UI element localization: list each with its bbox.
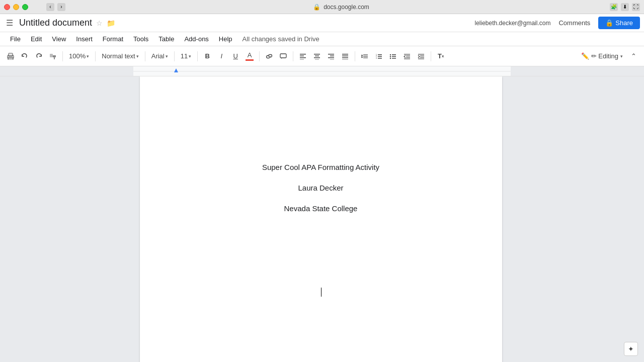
svg-rect-15 <box>330 55 334 56</box>
lock-icon: 🔒 <box>313 4 320 11</box>
link-button[interactable] <box>263 51 276 62</box>
document-title[interactable]: Untitled document <box>19 18 92 28</box>
comments-button[interactable]: Comments <box>554 17 594 29</box>
text-color-button[interactable]: A <box>243 49 256 63</box>
editing-mode-dropdown-arrow: ▾ <box>620 54 623 59</box>
underline-button[interactable]: U <box>229 50 242 62</box>
svg-text:3: 3 <box>376 57 377 59</box>
user-email: leliebeth.decker@gmail.com <box>475 20 551 27</box>
fontsize-select[interactable]: 11 ▾ <box>178 51 194 61</box>
svg-rect-3 <box>50 54 53 57</box>
lock-share-icon: 🔒 <box>605 19 613 27</box>
font-select[interactable]: Arial ▾ <box>148 51 171 61</box>
align-center-button[interactable] <box>310 51 324 62</box>
menu-table[interactable]: Table <box>154 34 178 44</box>
numbered-list-button[interactable]: 123 <box>372 51 385 62</box>
menu-format[interactable]: Format <box>99 34 127 44</box>
menu-help[interactable]: Help <box>215 34 236 44</box>
svg-rect-8 <box>300 57 306 58</box>
fullscreen-button[interactable]: ⛶ <box>632 3 640 11</box>
menu-insert[interactable]: Insert <box>72 34 97 44</box>
zoom-dropdown-arrow: ▾ <box>87 54 89 59</box>
nav-forward-button[interactable]: › <box>57 3 65 11</box>
style-dropdown-arrow: ▾ <box>136 54 139 59</box>
line-spacing-button[interactable] <box>358 51 371 62</box>
align-left-button[interactable] <box>296 51 309 62</box>
style-value: Normal text <box>102 52 135 60</box>
main-area: Super Cool APA Formatting Activity Laura… <box>0 76 644 362</box>
clear-format-button[interactable]: Tx <box>434 50 447 62</box>
menu-edit[interactable]: Edit <box>27 34 46 44</box>
toolbar: 100% ▾ Normal text ▾ Arial ▾ 11 ▾ B I U … <box>0 46 644 66</box>
svg-rect-6 <box>300 54 306 55</box>
undo-button[interactable] <box>18 51 31 62</box>
doc-line-2: Laura Decker <box>298 184 343 192</box>
saved-status: All changes saved in Drive <box>243 35 319 43</box>
collapse-toolbar-button[interactable]: ⌃ <box>627 50 640 62</box>
svg-rect-7 <box>300 55 304 56</box>
close-button[interactable] <box>4 4 10 10</box>
bullet-list-button[interactable] <box>386 51 399 62</box>
hamburger-icon[interactable]: ☰ <box>4 16 15 30</box>
folder-icon[interactable]: 📁 <box>107 19 115 27</box>
bold-button[interactable]: B <box>201 50 214 62</box>
svg-rect-14 <box>328 54 334 55</box>
menu-file[interactable]: File <box>6 34 25 44</box>
explore-button[interactable]: ✦ <box>624 342 638 356</box>
app-header: ☰ Untitled document ☆ 📁 leliebeth.decker… <box>0 14 644 32</box>
svg-rect-12 <box>314 57 320 58</box>
extensions-button[interactable]: 🧩 <box>610 3 618 11</box>
download-button[interactable]: ⬇ <box>621 3 629 11</box>
svg-marker-47 <box>174 68 178 72</box>
redo-button[interactable] <box>32 51 45 62</box>
print-button[interactable] <box>4 51 17 62</box>
share-button[interactable]: 🔒 Share <box>598 17 640 29</box>
document-page[interactable]: Super Cool APA Formatting Activity Laura… <box>140 76 502 362</box>
pencil-icon: ✏️ <box>581 52 589 60</box>
menu-view[interactable]: View <box>48 34 70 44</box>
minimize-button[interactable] <box>13 4 19 10</box>
decrease-indent-button[interactable] <box>400 51 414 62</box>
left-panel <box>0 76 133 362</box>
font-value: Arial <box>151 52 165 60</box>
maximize-button[interactable] <box>22 4 28 10</box>
svg-rect-26 <box>378 54 382 55</box>
editing-mode-label: ✏ Editing <box>591 52 618 60</box>
document-wrap[interactable]: Super Cool APA Formatting Activity Laura… <box>133 76 508 362</box>
italic-button[interactable]: I <box>215 50 228 62</box>
comment-button[interactable] <box>277 51 290 62</box>
svg-point-33 <box>390 56 391 57</box>
zoom-select[interactable]: 100% ▾ <box>66 51 92 61</box>
svg-rect-19 <box>342 55 348 56</box>
increase-indent-button[interactable] <box>415 51 428 62</box>
svg-rect-35 <box>392 54 396 55</box>
ruler-right-margin <box>511 66 644 76</box>
svg-rect-20 <box>342 57 348 58</box>
menu-addons[interactable]: Add-ons <box>180 34 212 44</box>
style-select[interactable]: Normal text ▾ <box>99 51 141 61</box>
ruler-left-margin <box>0 66 133 76</box>
fontsize-dropdown-arrow: ▾ <box>189 54 191 59</box>
address-bar[interactable]: 🔒 docs.google.com <box>75 4 607 11</box>
svg-rect-13 <box>315 59 319 60</box>
menu-tools[interactable]: Tools <box>129 34 152 44</box>
star-icon[interactable]: ☆ <box>96 19 103 27</box>
align-right-button[interactable] <box>325 51 338 62</box>
svg-rect-28 <box>378 58 382 59</box>
fontsize-value: 11 <box>181 52 188 60</box>
svg-rect-18 <box>342 54 348 55</box>
nav-back-button[interactable]: ‹ <box>46 3 54 11</box>
titlebar: ‹ › 🔒 docs.google.com 🧩 ⬇ ⛶ <box>0 0 644 14</box>
doc-line-1: Super Cool APA Formatting Activity <box>262 163 379 171</box>
editing-mode-select[interactable]: ✏️ ✏ Editing ▾ <box>578 51 626 61</box>
zoom-value: 100% <box>69 52 86 60</box>
svg-rect-37 <box>392 58 396 59</box>
document-content: Super Cool APA Formatting Activity Laura… <box>188 163 454 213</box>
url-text: docs.google.com <box>324 4 369 11</box>
svg-rect-17 <box>330 59 334 60</box>
align-justify-button[interactable] <box>339 51 352 62</box>
svg-rect-11 <box>315 55 319 56</box>
paintformat-button[interactable] <box>46 51 59 62</box>
doc-line-3: Nevada State College <box>284 204 358 213</box>
svg-rect-36 <box>392 56 396 57</box>
